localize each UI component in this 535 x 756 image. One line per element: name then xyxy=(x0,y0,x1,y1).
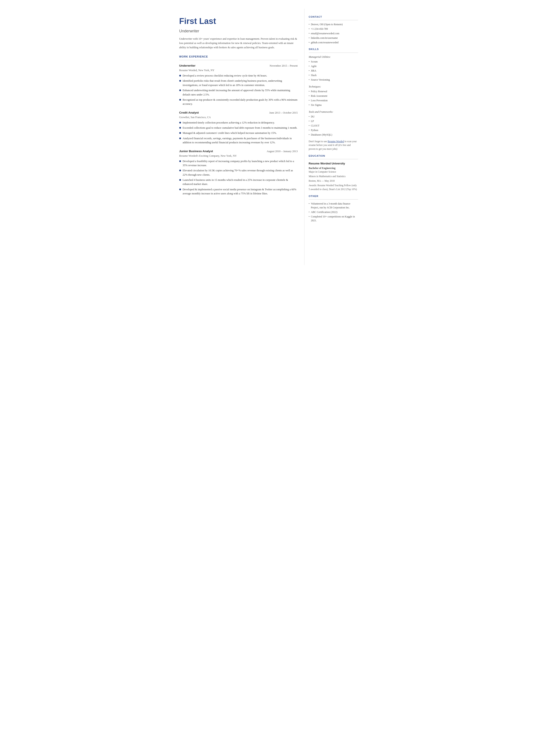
job-company-underwriter: Resume Worded, New York, NY xyxy=(179,68,298,72)
job-dates-junior-analyst: August 2010 – January 2013 xyxy=(267,149,298,154)
job-block-credit-analyst: Credit Analyst June 2013 – October 2015 … xyxy=(179,111,298,145)
other-section: OTHER Volunteered in a 3-month data fina… xyxy=(309,194,358,222)
skill-item: CLOUT xyxy=(309,124,358,127)
bullet-dot xyxy=(179,122,181,124)
skill-item: Loss Prevention xyxy=(309,98,358,102)
bullet-item: Managed & adjusted customers' credit lin… xyxy=(179,131,298,135)
skill-item: DU xyxy=(309,115,358,119)
skills-cat-techniques: Techniques: xyxy=(309,85,358,89)
bullet-item: Developed & implemented a passive social… xyxy=(179,187,298,196)
contact-item-email: email@resumeworded.com xyxy=(309,32,358,35)
other-item: Completed 10+ competitions on Kaggle in … xyxy=(309,215,358,222)
skill-item: LP xyxy=(309,119,358,123)
job-company-credit-analyst: Growthsi, San Francisco, CA xyxy=(179,115,298,119)
summary-text: Underwriter with 10+ years' experience a… xyxy=(179,37,298,49)
bullet-item: Analyzed financial records, savings, ear… xyxy=(179,136,298,145)
job-bullets-underwriter: Developed a review process checklist red… xyxy=(179,74,298,106)
edu-degree: Bachelor of Engineering xyxy=(309,166,358,170)
skills-cat-managerial: Managerial Utilities: xyxy=(309,55,358,59)
bullet-item: Exceeded collections goal to reduce cumu… xyxy=(179,126,298,130)
job-dates-credit-analyst: June 2013 – October 2015 xyxy=(269,111,298,115)
job-header-underwriter: Underwriter November 2015 – Present xyxy=(179,64,298,68)
bullet-dot xyxy=(179,170,181,171)
job-block-junior-analyst: Junior Business Analyst August 2010 – Ja… xyxy=(179,149,298,196)
work-experience-title: WORK EXPERIENCE xyxy=(179,55,298,59)
bullet-dot xyxy=(179,80,181,82)
bullet-item: Developed a feasibility report of increa… xyxy=(179,159,298,168)
bullet-dot xyxy=(179,137,181,139)
bullet-dot xyxy=(179,179,181,181)
education-title: EDUCATION xyxy=(309,154,358,158)
job-title-junior-analyst: Junior Business Analyst xyxy=(179,149,213,154)
bullet-dot xyxy=(179,127,181,129)
skill-item: JIRA xyxy=(309,69,358,72)
other-item: Volunteered in a 3-month data finance Pr… xyxy=(309,202,358,210)
job-title-underwriter: Underwriter xyxy=(179,64,196,68)
bullet-dot xyxy=(179,160,181,162)
contact-item-location: Denver, OH (Open to Remote) xyxy=(309,22,358,26)
contact-list: Denver, OH (Open to Remote) +1-234-456-7… xyxy=(309,22,358,44)
bullet-dot xyxy=(179,90,181,91)
other-item: ABC Certification (2022) xyxy=(309,210,358,214)
contact-item-github: github.com/resumeworded xyxy=(309,41,358,44)
edu-major: Major in Computer Science xyxy=(309,170,358,174)
edu-school: Resume Worded University xyxy=(309,161,358,166)
other-title: OTHER xyxy=(309,194,358,198)
candidate-name: First Last xyxy=(179,15,298,27)
skills-title: SKILLS xyxy=(309,47,358,51)
skills-list-techniques: Policy Renewal Risk Assesment Loss Preve… xyxy=(309,90,358,107)
edu-awards: Awards: Resume Worded Teaching Fellow (o… xyxy=(309,183,358,191)
resume-page: First Last Underwriter Underwriter with … xyxy=(171,0,365,274)
skill-item: Agile xyxy=(309,64,358,68)
bullet-item: Enhanced underwriting model increasing t… xyxy=(179,88,298,97)
bullet-dot xyxy=(179,188,181,190)
skill-item: Scrum xyxy=(309,60,358,64)
other-divider xyxy=(309,199,358,200)
contact-item-linkedin: linkedin.com/in/username xyxy=(309,36,358,40)
bullet-item: Identified portfolio risks that result f… xyxy=(179,79,298,87)
bullet-dot xyxy=(179,75,181,76)
skill-item: Six Sigma xyxy=(309,103,358,107)
promo-link[interactable]: Resume Worded xyxy=(328,140,344,143)
work-experience-divider xyxy=(179,60,298,60)
bullet-item: Launched 4 business units in 15 months w… xyxy=(179,178,298,186)
job-title: Underwriter xyxy=(179,28,298,34)
skill-item: Databases (MySQL) xyxy=(309,133,358,137)
other-list: Volunteered in a 3-month data finance Pr… xyxy=(309,202,358,222)
job-company-junior-analyst: Resume Worded's Exciting Company, New Yo… xyxy=(179,154,298,158)
bullet-dot xyxy=(179,132,181,134)
contact-section: CONTACT Denver, OH (Open to Remote) +1-2… xyxy=(309,15,358,44)
education-section: EDUCATION Resume Worded University Bache… xyxy=(309,154,358,191)
left-column: First Last Underwriter Underwriter with … xyxy=(171,9,304,265)
job-bullets-credit-analyst: Implemented timely collection procedures… xyxy=(179,121,298,145)
edu-minors: Minors in Mathematics and Statistics xyxy=(309,175,358,178)
skill-item: Source Versioning xyxy=(309,78,358,82)
job-header-credit-analyst: Credit Analyst June 2013 – October 2015 xyxy=(179,111,298,115)
skills-section: SKILLS Managerial Utilities: Scrum Agile… xyxy=(309,47,358,151)
job-bullets-junior-analyst: Developed a feasibility report of increa… xyxy=(179,159,298,196)
job-block-underwriter: Underwriter November 2015 – Present Resu… xyxy=(179,64,298,106)
job-dates-underwriter: November 2015 – Present xyxy=(269,64,297,68)
bullet-dot xyxy=(179,99,181,101)
skill-item: Slack xyxy=(309,73,358,77)
bullet-item: Developed a review process checklist red… xyxy=(179,74,298,78)
bullet-item: Recognized as top producer & consistentl… xyxy=(179,98,298,106)
skills-cat-tools: Tools and Frameworks: xyxy=(309,110,358,114)
contact-title: CONTACT xyxy=(309,15,358,19)
edu-location-date: Boston, MA — May 2018 xyxy=(309,179,358,183)
right-column: CONTACT Denver, OH (Open to Remote) +1-2… xyxy=(304,9,365,265)
skill-item: Risk Assesment xyxy=(309,94,358,98)
contact-item-phone: +1-234-456-789 xyxy=(309,27,358,31)
promo-text: Don't forget to use Resume Worded to sca… xyxy=(309,140,358,151)
bullet-item: Elevated circulation by 10.5K copies ach… xyxy=(179,169,298,177)
work-experience-section: WORK EXPERIENCE Underwriter November 201… xyxy=(179,55,298,196)
bullet-item: Implemented timely collection procedures… xyxy=(179,121,298,125)
skill-item: Policy Renewal xyxy=(309,90,358,93)
skills-list-managerial: Scrum Agile JIRA Slack Source Versioning xyxy=(309,60,358,82)
skill-item: Python xyxy=(309,128,358,132)
skills-list-tools: DU LP CLOUT Python Databases (MySQL) xyxy=(309,115,358,137)
job-header-junior-analyst: Junior Business Analyst August 2010 – Ja… xyxy=(179,149,298,154)
job-title-credit-analyst: Credit Analyst xyxy=(179,111,199,115)
